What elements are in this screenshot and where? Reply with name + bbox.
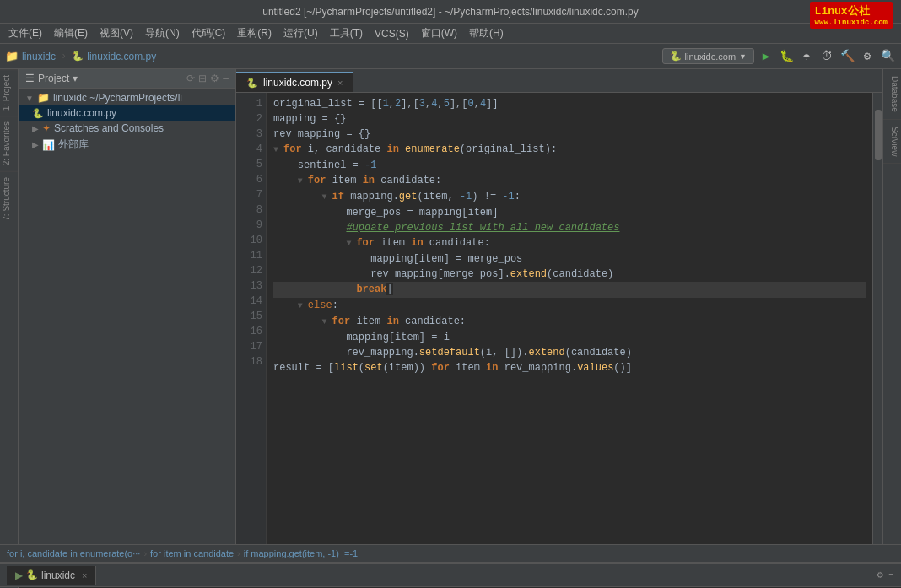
sidebar-project-icon[interactable]: 1: Project — [0, 69, 18, 116]
run-tab-icons: ⚙ – — [877, 569, 894, 581]
toolbar-breadcrumb-1[interactable]: linuxidc — [22, 51, 56, 62]
hide-icon[interactable]: – — [223, 73, 229, 84]
logo-text: Linux — [815, 5, 848, 18]
code-line-3: rev_mapping = {} — [273, 127, 866, 142]
tree-root[interactable]: ▼ 📁 linuxidc ~/PycharmProjects/li — [19, 90, 235, 105]
logo-url: www.linuxidc.com — [815, 19, 888, 27]
breadcrumb-part3[interactable]: if mapping.get(item, -1) !=-1 — [244, 548, 358, 558]
code-line-10: ▼for item in candidate: — [273, 235, 866, 251]
run-tab-label: linuxidc — [41, 569, 75, 581]
tree-scratches-label: Scratches and Consoles — [54, 122, 164, 134]
vertical-scrollbar[interactable] — [872, 93, 882, 544]
menu-refactor[interactable]: 重构(R) — [232, 24, 277, 42]
menu-tools[interactable]: 工具(T) — [325, 24, 368, 42]
folder-icon: 📁 — [37, 92, 50, 104]
scratches-icon: ✦ — [42, 122, 51, 134]
tree-scratches[interactable]: ▶ ✦ Scratches and Consoles — [19, 121, 235, 136]
menu-vcs[interactable]: VCS(S) — [370, 26, 414, 41]
code-content[interactable]: original_list = [[1,2],[3,4,5],[0,4]] ma… — [267, 93, 872, 544]
code-container: 1 2 3 4 5 6 7 8 9 10 11 12 13 14 15 16 1… — [236, 93, 882, 544]
project-label: Project ▾ — [38, 73, 78, 84]
line-num-5: 5 — [240, 157, 262, 172]
menu-nav[interactable]: 导航(N) — [140, 24, 185, 42]
breadcrumb-sep2: › — [237, 548, 240, 558]
sidebar-structure-icon[interactable]: 7: Structure — [0, 171, 18, 226]
toolbar-breadcrumb-2[interactable]: linuxidc.com.py — [87, 51, 156, 62]
code-line-18: result = [list(set(item)) for item in re… — [273, 360, 866, 375]
profile-button[interactable]: ⏱ — [818, 48, 835, 65]
project-title: ☰ — [25, 73, 35, 84]
logo: Linux公社 www.linuxidc.com — [810, 2, 893, 29]
line-num-9: 9 — [240, 218, 262, 233]
line-num-11: 11 — [240, 248, 262, 263]
right-sidebar-icons: Database SciView — [882, 69, 901, 544]
tree-file[interactable]: 🐍 linuxidc.com.py — [19, 105, 235, 121]
line-num-16: 16 — [240, 324, 262, 339]
code-line-5: sentinel = -1 — [273, 158, 866, 173]
run-config-label: linuxidc.com — [685, 51, 736, 62]
ext-icon: 📊 — [42, 139, 55, 151]
run-tab[interactable]: ▶ 🐍 linuxidc × — [7, 566, 96, 585]
run-button[interactable]: ▶ — [758, 48, 774, 65]
main-area: 1: Project 2: Favorites 7: Structure ☰ P… — [0, 69, 901, 544]
project-panel: ☰ Project ▾ ⟳ ⊟ ⚙ – ▼ 📁 linuxidc ~/Pycha… — [19, 69, 236, 544]
code-line-1: original_list = [[1,2],[3,4,5],[0,4]] — [273, 96, 866, 111]
gear-icon[interactable]: ⚙ — [210, 73, 219, 84]
settings-button[interactable]: ⚙ — [859, 48, 876, 65]
line-numbers: 1 2 3 4 5 6 7 8 9 10 11 12 13 14 15 16 1… — [236, 93, 267, 544]
coverage-button[interactable]: ☂ — [798, 48, 815, 65]
code-line-4: ▼for i, candidate in enumerate(original_… — [273, 142, 866, 158]
menu-help[interactable]: 帮助(H) — [464, 24, 509, 42]
code-line-9: #update previous list with all new candi… — [273, 220, 866, 235]
breadcrumb-part2[interactable]: for item in candidate — [150, 548, 234, 558]
run-tab-icon: ▶ — [15, 569, 23, 581]
editor-tab-main[interactable]: 🐍 linuxidc.com.py × — [236, 72, 353, 92]
scrollbar-thumb[interactable] — [875, 110, 882, 160]
build-button[interactable]: 🔨 — [839, 48, 855, 65]
sync-icon[interactable]: ⟳ — [186, 73, 195, 84]
sciview-icon[interactable]: SciView — [883, 120, 901, 164]
tab-close-button[interactable]: × — [337, 78, 343, 88]
collapse-icon[interactable]: ⊟ — [198, 73, 207, 84]
menu-window[interactable]: 窗口(W) — [416, 24, 462, 42]
database-icon[interactable]: Database — [883, 69, 901, 120]
line-num-15: 15 — [240, 309, 262, 324]
line-num-14: 14 — [240, 294, 262, 309]
run-config[interactable]: 🐍 linuxidc.com ▼ — [662, 48, 754, 64]
tab-py-icon: 🐍 — [246, 78, 258, 89]
line-num-17: 17 — [240, 339, 262, 354]
debug-button[interactable]: 🐛 — [778, 48, 795, 65]
tree-ext[interactable]: ▶ 📊 外部库 — [19, 136, 235, 154]
tree-arrow-scratches: ▶ — [32, 124, 39, 133]
search-button[interactable]: 🔍 — [879, 48, 896, 65]
tree-file-label: linuxidc.com.py — [47, 107, 116, 119]
code-line-17: rev_mapping.setdefault(i, []).extend(can… — [273, 345, 866, 360]
tree-root-label: linuxidc ~/PycharmProjects/li — [53, 92, 182, 104]
menu-view[interactable]: 视图(V) — [94, 24, 138, 42]
line-num-7: 7 — [240, 187, 262, 202]
line-num-10: 10 — [240, 233, 262, 248]
run-settings-icon[interactable]: ⚙ — [877, 569, 883, 581]
run-tab-close[interactable]: × — [82, 570, 87, 580]
line-num-3: 3 — [240, 127, 262, 142]
menu-run[interactable]: 运行(U) — [278, 24, 323, 42]
code-line-14: ▼else: — [273, 298, 866, 314]
code-line-16: mapping[item] = i — [273, 330, 866, 345]
line-num-8: 8 — [240, 202, 262, 218]
line-num-1: 1 — [240, 96, 262, 111]
menu-file[interactable]: 文件(E) — [3, 24, 47, 42]
sidebar-favorites-icon[interactable]: 2: Favorites — [0, 116, 18, 170]
code-line-7: ▼if mapping.get(item, -1) != -1: — [273, 189, 866, 205]
code-line-11: mapping[item] = merge_pos — [273, 251, 866, 267]
run-config-dropdown[interactable]: ▼ — [739, 52, 747, 61]
breadcrumb-part1[interactable]: for i, candidate in enumerate(o··· — [7, 548, 140, 558]
line-num-12: 12 — [240, 263, 262, 278]
menu-code[interactable]: 代码(C) — [186, 24, 231, 42]
project-tree: ▼ 📁 linuxidc ~/PycharmProjects/li 🐍 linu… — [19, 89, 235, 544]
menu-bar: 文件(E) 编辑(E) 视图(V) 导航(N) 代码(C) 重构(R) 运行(U… — [0, 24, 901, 44]
left-sidebar-icons: 1: Project 2: Favorites 7: Structure — [0, 69, 19, 544]
run-minimize-icon[interactable]: – — [888, 569, 894, 581]
line-num-6: 6 — [240, 172, 262, 187]
folder-icon: 📁 — [5, 50, 19, 63]
menu-edit[interactable]: 编辑(E) — [49, 24, 93, 42]
